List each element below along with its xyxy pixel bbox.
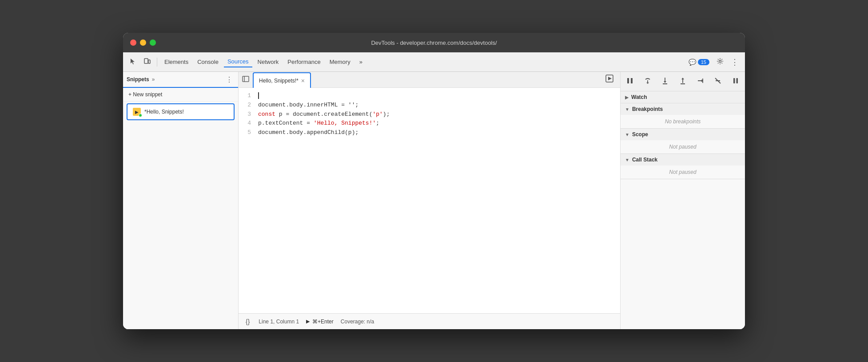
tab-network[interactable]: Network <box>254 57 283 67</box>
breakpoints-collapse-icon: ▼ <box>625 107 629 112</box>
breakpoints-content: No breakpoints <box>621 115 745 128</box>
format-button[interactable]: {} <box>244 317 251 326</box>
step-out-icon <box>679 77 687 85</box>
step-over-icon <box>644 77 652 85</box>
right-panel: ▶ Watch ▼ Breakpoints No breakpoints ▼ <box>621 72 745 329</box>
tab-sources[interactable]: Sources <box>224 56 252 67</box>
code-content[interactable]: document.body.innerHTML = '';const p = d… <box>256 88 620 313</box>
new-snippet-button[interactable]: + New snippet <box>123 88 238 102</box>
middle-panel: Hello, Snippets!* × 1 2 3 4 5 <box>239 72 621 329</box>
tab-elements[interactable]: Elements <box>161 57 192 67</box>
scope-content: Not paused <box>621 140 745 153</box>
breakpoints-section: ▼ Breakpoints No breakpoints <box>621 103 745 129</box>
callstack-section: ▼ Call Stack Not paused <box>621 154 745 179</box>
run-snippet-statusbar[interactable]: ▶ ⌘+Enter <box>306 319 334 325</box>
editor-tabs: Hello, Snippets!* × <box>239 72 620 88</box>
step-into-button[interactable] <box>659 75 671 88</box>
editor-run-button[interactable] <box>602 72 617 87</box>
pause-icon <box>626 77 634 85</box>
code-line-5: document.body.appendChild(p); <box>256 128 620 138</box>
panel-header-left: Snippets » <box>127 75 155 83</box>
snippets-more-tabs[interactable]: » <box>151 75 156 83</box>
panel-toggle-icon <box>242 75 249 83</box>
snippets-panel-header: Snippets » ⋮ <box>123 72 238 88</box>
step-into-icon <box>661 77 669 85</box>
minimize-button[interactable] <box>140 39 146 46</box>
svg-marker-12 <box>664 81 666 83</box>
cursor-position: Line 1, Column 1 <box>259 319 299 325</box>
run-triangle-icon: ▶ <box>306 319 310 324</box>
main-toolbar: Elements Console Sources Network Perform… <box>123 52 745 72</box>
snippet-name: *Hello, Snippets! <box>144 109 184 115</box>
code-line-4: p.textContent = 'Hello, Snippets!'; <box>256 119 620 128</box>
chat-icon: 💬 <box>689 59 696 66</box>
svg-rect-8 <box>631 78 633 83</box>
svg-rect-1 <box>148 60 150 63</box>
cursor-icon <box>129 58 136 65</box>
svg-rect-0 <box>144 59 148 63</box>
scope-section: ▼ Scope Not paused <box>621 129 745 154</box>
cursor-tool-button[interactable] <box>127 56 139 68</box>
device-icon <box>143 58 151 65</box>
more-options-button[interactable]: ⋮ <box>728 55 741 69</box>
snippets-title: Snippets <box>127 76 149 83</box>
code-line-3: const p = document.createElement('p'); <box>256 110 620 119</box>
tab-performance[interactable]: Performance <box>284 57 324 67</box>
callstack-content: Not paused <box>621 165 745 179</box>
snippets-menu-button[interactable]: ⋮ <box>224 75 235 85</box>
step-button[interactable] <box>695 75 706 88</box>
deactivate-breakpoints-icon <box>714 77 722 85</box>
step-over-button[interactable] <box>642 75 653 88</box>
pause-button[interactable] <box>624 75 636 88</box>
coverage-label: Coverage: n/a <box>341 319 374 325</box>
traffic-lights <box>130 39 156 46</box>
editor-tab-close-button[interactable]: × <box>301 78 305 84</box>
left-panel: Snippets » ⋮ + New snippet ▶ *Hello, Sni… <box>123 72 239 329</box>
tab-memory[interactable]: Memory <box>326 57 354 67</box>
run-snippet-icon <box>605 74 614 83</box>
scope-title: Scope <box>632 131 648 138</box>
more-tabs-button[interactable]: » <box>356 57 366 67</box>
svg-rect-23 <box>736 78 738 83</box>
scope-section-header[interactable]: ▼ Scope <box>621 129 745 140</box>
callstack-title: Call Stack <box>632 157 657 163</box>
step-out-button[interactable] <box>677 75 689 88</box>
devtools-window: DevTools - developer.chrome.com/docs/dev… <box>123 33 745 329</box>
svg-rect-22 <box>733 78 735 83</box>
code-line-1 <box>256 91 620 101</box>
snippet-file-icon: ▶ <box>133 108 141 116</box>
watch-section-header[interactable]: ▶ Watch <box>621 91 745 103</box>
toolbar-separator <box>157 58 157 67</box>
titlebar: DevTools - developer.chrome.com/docs/dev… <box>123 33 745 52</box>
svg-point-2 <box>719 60 721 62</box>
watch-collapse-icon: ▶ <box>625 95 629 100</box>
watch-section: ▶ Watch <box>621 91 745 103</box>
editor-tab-label: Hello, Snippets!* <box>259 78 299 84</box>
snippet-item[interactable]: ▶ *Hello, Snippets! <box>127 103 235 120</box>
device-toggle-button[interactable] <box>141 56 153 68</box>
deactivate-breakpoints-button[interactable] <box>712 75 724 88</box>
gear-icon <box>717 58 724 65</box>
breakpoints-section-header[interactable]: ▼ Breakpoints <box>621 103 745 115</box>
close-button[interactable] <box>130 39 136 46</box>
code-line-2: document.body.innerHTML = ''; <box>256 101 620 110</box>
svg-marker-10 <box>646 83 649 84</box>
callstack-section-header[interactable]: ▼ Call Stack <box>621 154 745 165</box>
svg-marker-15 <box>681 78 684 79</box>
pause-exceptions-button[interactable] <box>730 75 741 88</box>
editor-statusbar: {} Line 1, Column 1 ▶ ⌘+Enter Coverage: … <box>239 313 620 329</box>
run-shortcut: ⌘+Enter <box>312 319 334 325</box>
line-numbers: 1 2 3 4 5 <box>239 88 256 313</box>
settings-button[interactable] <box>714 56 726 68</box>
maximize-button[interactable] <box>150 39 156 46</box>
code-editor[interactable]: 1 2 3 4 5 document.body.innerHTML = '';c… <box>239 88 620 313</box>
main-area: Snippets » ⋮ + New snippet ▶ *Hello, Sni… <box>123 72 745 329</box>
tab-console[interactable]: Console <box>194 57 222 67</box>
scope-collapse-icon: ▼ <box>625 132 629 137</box>
step-icon <box>697 77 705 85</box>
chat-button[interactable]: 💬 15 <box>686 57 712 67</box>
editor-tab-hello-snippets[interactable]: Hello, Snippets!* × <box>253 72 311 88</box>
sidebar-toggle-button[interactable] <box>239 75 253 84</box>
debugger-toolbar <box>621 72 745 91</box>
snippet-active-dot <box>139 114 142 117</box>
